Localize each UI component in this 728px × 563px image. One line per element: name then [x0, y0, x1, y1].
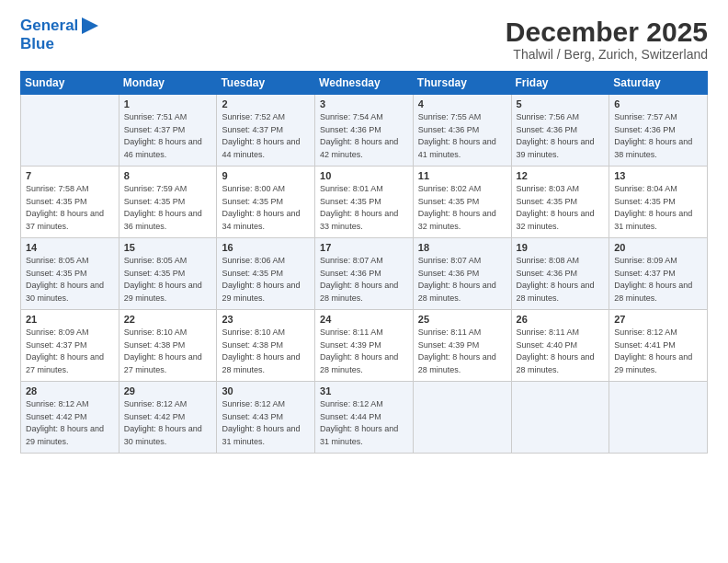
- day-number: 3: [320, 98, 408, 109]
- day-number: 11: [418, 170, 506, 181]
- day-number: 23: [222, 314, 310, 325]
- day-number: 24: [320, 314, 408, 325]
- day-info: Sunrise: 8:09 AMSunset: 4:37 PMDaylight:…: [614, 255, 702, 304]
- day-info: Sunrise: 8:05 AMSunset: 4:35 PMDaylight:…: [124, 255, 212, 304]
- day-number: 15: [124, 242, 212, 253]
- day-info: Sunrise: 8:12 AMSunset: 4:44 PMDaylight:…: [320, 398, 408, 448]
- day-info: Sunrise: 8:08 AMSunset: 4:36 PMDaylight:…: [517, 255, 605, 304]
- day-info: Sunrise: 8:12 AMSunset: 4:42 PMDaylight:…: [124, 398, 212, 448]
- calendar-cell: 25 Sunrise: 8:11 AMSunset: 4:39 PMDaylig…: [413, 310, 511, 382]
- day-info: Sunrise: 8:03 AMSunset: 4:35 PMDaylight:…: [517, 183, 605, 233]
- th-wednesday: Wednesday: [315, 72, 414, 95]
- calendar-cell: 18 Sunrise: 8:07 AMSunset: 4:36 PMDaylig…: [413, 238, 511, 310]
- day-info: Sunrise: 7:59 AMSunset: 4:35 PMDaylight:…: [124, 183, 212, 233]
- day-info: Sunrise: 8:11 AMSunset: 4:39 PMDaylight:…: [418, 327, 506, 376]
- calendar-cell: 1 Sunrise: 7:51 AMSunset: 4:37 PMDayligh…: [119, 95, 217, 167]
- logo: General Blue: [20, 17, 100, 54]
- day-info: Sunrise: 8:12 AMSunset: 4:41 PMDaylight:…: [614, 327, 702, 376]
- calendar-cell: 21 Sunrise: 8:09 AMSunset: 4:37 PMDaylig…: [21, 310, 119, 382]
- calendar-cell: 9 Sunrise: 8:00 AMSunset: 4:35 PMDayligh…: [217, 167, 315, 238]
- calendar-cell: 31 Sunrise: 8:12 AMSunset: 4:44 PMDaylig…: [315, 382, 414, 454]
- day-number: 19: [517, 242, 605, 253]
- calendar-cell: 20 Sunrise: 8:09 AMSunset: 4:37 PMDaylig…: [609, 238, 708, 310]
- day-number: 20: [614, 242, 702, 253]
- calendar-cell: 4 Sunrise: 7:55 AMSunset: 4:36 PMDayligh…: [413, 95, 511, 167]
- day-info: Sunrise: 7:51 AMSunset: 4:37 PMDaylight:…: [124, 111, 212, 161]
- calendar-cell: 30 Sunrise: 8:12 AMSunset: 4:43 PMDaylig…: [217, 382, 315, 454]
- day-number: 27: [614, 314, 702, 325]
- calendar-cell: 22 Sunrise: 8:10 AMSunset: 4:38 PMDaylig…: [119, 310, 217, 382]
- day-number: 6: [614, 98, 702, 109]
- day-info: Sunrise: 8:11 AMSunset: 4:39 PMDaylight:…: [320, 327, 408, 376]
- calendar-cell: 16 Sunrise: 8:06 AMSunset: 4:35 PMDaylig…: [217, 238, 315, 310]
- day-number: 2: [222, 98, 310, 109]
- day-number: 9: [222, 170, 310, 181]
- calendar-cell: 2 Sunrise: 7:52 AMSunset: 4:37 PMDayligh…: [217, 95, 315, 167]
- day-number: 4: [418, 98, 506, 109]
- day-info: Sunrise: 7:58 AMSunset: 4:35 PMDaylight:…: [26, 183, 114, 233]
- day-number: 31: [320, 385, 408, 396]
- header-row: Sunday Monday Tuesday Wednesday Thursday…: [21, 72, 708, 95]
- calendar-cell: 19 Sunrise: 8:08 AMSunset: 4:36 PMDaylig…: [511, 238, 609, 310]
- day-number: 14: [26, 242, 114, 253]
- day-info: Sunrise: 7:54 AMSunset: 4:36 PMDaylight:…: [320, 111, 408, 161]
- th-tuesday: Tuesday: [217, 72, 315, 95]
- day-info: Sunrise: 8:10 AMSunset: 4:38 PMDaylight:…: [222, 327, 310, 376]
- calendar-week-4: 21 Sunrise: 8:09 AMSunset: 4:37 PMDaylig…: [21, 310, 708, 382]
- logo-general: General: [20, 17, 78, 35]
- calendar-cell: 14 Sunrise: 8:05 AMSunset: 4:35 PMDaylig…: [21, 238, 119, 310]
- day-number: 17: [320, 242, 408, 253]
- th-monday: Monday: [119, 72, 217, 95]
- day-number: 8: [124, 170, 212, 181]
- calendar-week-5: 28 Sunrise: 8:12 AMSunset: 4:42 PMDaylig…: [21, 382, 708, 454]
- th-saturday: Saturday: [609, 72, 708, 95]
- day-number: 7: [26, 170, 114, 181]
- calendar-cell: [21, 95, 119, 167]
- day-info: Sunrise: 8:05 AMSunset: 4:35 PMDaylight:…: [26, 255, 114, 304]
- day-number: 30: [222, 385, 310, 396]
- month-title: December 2025: [506, 17, 708, 47]
- calendar-cell: 13 Sunrise: 8:04 AMSunset: 4:35 PMDaylig…: [609, 167, 708, 238]
- title-block: December 2025 Thalwil / Berg, Zurich, Sw…: [506, 17, 708, 62]
- calendar-cell: 11 Sunrise: 8:02 AMSunset: 4:35 PMDaylig…: [413, 167, 511, 238]
- calendar-cell: 29 Sunrise: 8:12 AMSunset: 4:42 PMDaylig…: [119, 382, 217, 454]
- th-thursday: Thursday: [413, 72, 511, 95]
- location: Thalwil / Berg, Zurich, Switzerland: [506, 47, 708, 62]
- day-info: Sunrise: 7:57 AMSunset: 4:36 PMDaylight:…: [614, 111, 702, 161]
- calendar-cell: 7 Sunrise: 7:58 AMSunset: 4:35 PMDayligh…: [21, 167, 119, 238]
- calendar-cell: [511, 382, 609, 454]
- calendar-cell: 5 Sunrise: 7:56 AMSunset: 4:36 PMDayligh…: [511, 95, 609, 167]
- calendar-cell: 6 Sunrise: 7:57 AMSunset: 4:36 PMDayligh…: [609, 95, 708, 167]
- day-info: Sunrise: 8:12 AMSunset: 4:42 PMDaylight:…: [26, 398, 114, 448]
- day-number: 5: [517, 98, 605, 109]
- calendar-page: General Blue December 2025 Thalwil / Ber…: [0, 0, 728, 563]
- day-number: 10: [320, 170, 408, 181]
- th-friday: Friday: [511, 72, 609, 95]
- calendar-cell: [609, 382, 708, 454]
- calendar-week-2: 7 Sunrise: 7:58 AMSunset: 4:35 PMDayligh…: [21, 167, 708, 238]
- day-info: Sunrise: 8:02 AMSunset: 4:35 PMDaylight:…: [418, 183, 506, 233]
- day-number: 21: [26, 314, 114, 325]
- day-info: Sunrise: 8:07 AMSunset: 4:36 PMDaylight:…: [320, 255, 408, 304]
- header: General Blue December 2025 Thalwil / Ber…: [20, 17, 708, 62]
- day-info: Sunrise: 7:55 AMSunset: 4:36 PMDaylight:…: [418, 111, 506, 161]
- logo-icon: [80, 17, 100, 34]
- day-number: 1: [124, 98, 212, 109]
- day-info: Sunrise: 7:52 AMSunset: 4:37 PMDaylight:…: [222, 111, 310, 161]
- calendar-cell: 17 Sunrise: 8:07 AMSunset: 4:36 PMDaylig…: [315, 238, 414, 310]
- logo-blue: Blue: [20, 35, 100, 53]
- calendar-cell: 27 Sunrise: 8:12 AMSunset: 4:41 PMDaylig…: [609, 310, 708, 382]
- calendar-table: Sunday Monday Tuesday Wednesday Thursday…: [20, 71, 708, 454]
- calendar-week-1: 1 Sunrise: 7:51 AMSunset: 4:37 PMDayligh…: [21, 95, 708, 167]
- day-info: Sunrise: 8:00 AMSunset: 4:35 PMDaylight:…: [222, 183, 310, 233]
- calendar-cell: 10 Sunrise: 8:01 AMSunset: 4:35 PMDaylig…: [315, 167, 414, 238]
- calendar-cell: 15 Sunrise: 8:05 AMSunset: 4:35 PMDaylig…: [119, 238, 217, 310]
- calendar-cell: 12 Sunrise: 8:03 AMSunset: 4:35 PMDaylig…: [511, 167, 609, 238]
- day-info: Sunrise: 8:01 AMSunset: 4:35 PMDaylight:…: [320, 183, 408, 233]
- day-info: Sunrise: 8:10 AMSunset: 4:38 PMDaylight:…: [124, 327, 212, 376]
- day-number: 29: [124, 385, 212, 396]
- calendar-cell: 24 Sunrise: 8:11 AMSunset: 4:39 PMDaylig…: [315, 310, 414, 382]
- svg-marker-0: [82, 17, 98, 34]
- day-info: Sunrise: 7:56 AMSunset: 4:36 PMDaylight:…: [517, 111, 605, 161]
- day-number: 22: [124, 314, 212, 325]
